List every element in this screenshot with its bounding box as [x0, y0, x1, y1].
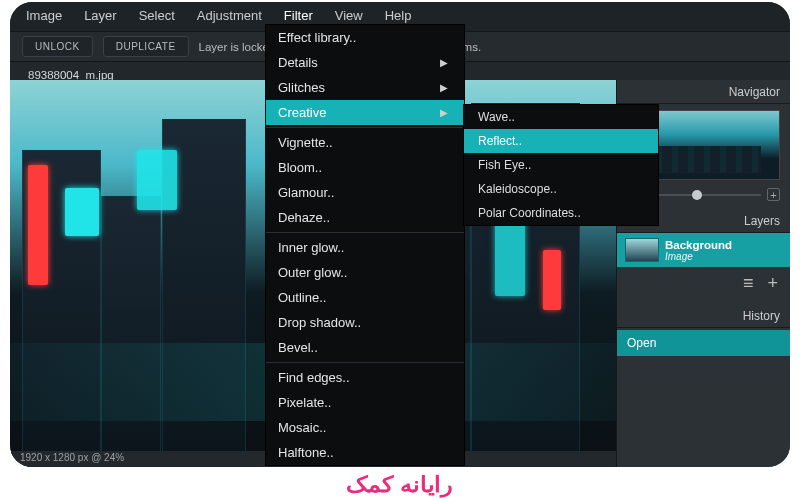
- brand-logo: رایانه کمک: [347, 472, 454, 498]
- layers-list: Background Image: [617, 233, 790, 267]
- filter-item-vignette[interactable]: Vignette..: [266, 130, 464, 155]
- creative-item-polar-coordinates[interactable]: Polar Coordinates..: [464, 201, 658, 225]
- filter-item-mosaic[interactable]: Mosaic..: [266, 415, 464, 440]
- filter-item-details[interactable]: Details▶: [266, 50, 464, 75]
- layer-thumbnail: [625, 238, 659, 262]
- layer-row-background[interactable]: Background Image: [617, 233, 790, 267]
- creative-item-fish-eye[interactable]: Fish Eye..: [464, 153, 658, 177]
- menu-layer[interactable]: Layer: [82, 6, 119, 25]
- filter-item-drop-shadow[interactable]: Drop shadow..: [266, 310, 464, 335]
- unlock-button[interactable]: UNLOCK: [22, 36, 93, 57]
- creative-item-reflect[interactable]: Reflect..: [464, 129, 658, 153]
- layer-tools: ≡ +: [617, 267, 790, 304]
- history-panel-title: History: [617, 304, 790, 328]
- creative-item-kaleidoscope[interactable]: Kaleidoscope..: [464, 177, 658, 201]
- submenu-arrow-icon: ▶: [440, 82, 448, 93]
- menu-adjustment[interactable]: Adjustment: [195, 6, 264, 25]
- filter-item-glitches[interactable]: Glitches▶: [266, 75, 464, 100]
- navigator-panel-title: Navigator: [617, 80, 790, 104]
- layer-text: Background Image: [665, 239, 732, 262]
- filter-item-dehaze[interactable]: Dehaze..: [266, 205, 464, 230]
- filter-item-outer-glow[interactable]: Outer glow..: [266, 260, 464, 285]
- filter-item-effect-library[interactable]: Effect library..: [266, 25, 464, 50]
- brand-strip: رایانه کمک: [0, 472, 800, 498]
- filter-item-find-edges[interactable]: Find edges..: [266, 365, 464, 390]
- filter-item-outline[interactable]: Outline..: [266, 285, 464, 310]
- filter-item-bloom[interactable]: Bloom..: [266, 155, 464, 180]
- layer-kind: Image: [665, 251, 732, 262]
- filter-item-creative[interactable]: Creative▶: [266, 100, 464, 125]
- layer-options-icon[interactable]: ≡: [743, 273, 754, 294]
- menu-image[interactable]: Image: [24, 6, 64, 25]
- filter-item-bevel[interactable]: Bevel..: [266, 335, 464, 360]
- menu-filter[interactable]: Filter: [282, 6, 315, 25]
- filter-item-pixelate[interactable]: Pixelate..: [266, 390, 464, 415]
- submenu-arrow-icon: ▶: [440, 57, 448, 68]
- creative-item-wave[interactable]: Wave..: [464, 105, 658, 129]
- creative-submenu: Wave..Reflect..Fish Eye..Kaleidoscope..P…: [463, 104, 659, 226]
- layer-name: Background: [665, 239, 732, 251]
- filter-item-glamour[interactable]: Glamour..: [266, 180, 464, 205]
- filter-dropdown: Effect library..Details▶Glitches▶Creativ…: [265, 24, 465, 466]
- menu-select[interactable]: Select: [137, 6, 177, 25]
- add-layer-icon[interactable]: +: [767, 273, 778, 294]
- menu-view[interactable]: View: [333, 6, 365, 25]
- app-frame: Image Layer Select Adjustment Filter Vie…: [10, 2, 790, 467]
- zoom-slider-knob[interactable]: [692, 190, 702, 200]
- zoom-slider[interactable]: [646, 194, 761, 196]
- submenu-arrow-icon: ▶: [440, 107, 448, 118]
- filter-item-inner-glow[interactable]: Inner glow..: [266, 235, 464, 260]
- duplicate-button[interactable]: DUPLICATE: [103, 36, 189, 57]
- filter-item-halftone[interactable]: Halftone..: [266, 440, 464, 465]
- history-item-open[interactable]: Open: [617, 330, 790, 356]
- menu-help[interactable]: Help: [383, 6, 414, 25]
- zoom-in-button[interactable]: +: [767, 188, 780, 201]
